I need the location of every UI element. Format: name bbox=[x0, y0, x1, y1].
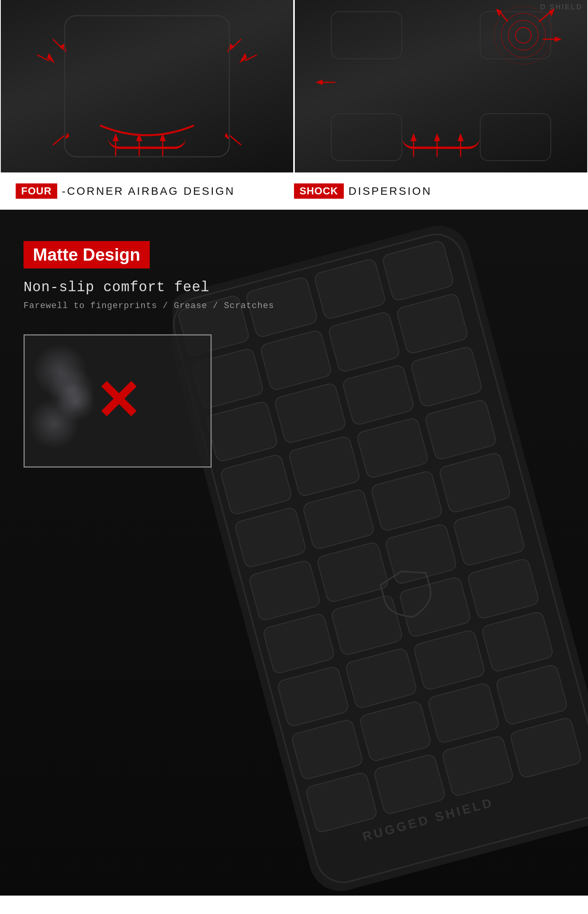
right-label-text: DISPERSION bbox=[348, 185, 432, 198]
svg-marker-38 bbox=[457, 133, 464, 141]
svg-rect-21 bbox=[331, 114, 402, 161]
fingerprint-box: ✕ bbox=[24, 334, 212, 468]
svg-rect-19 bbox=[331, 12, 402, 59]
bottom-section: RUGGED SHIELD Matte Design Non-slip comf… bbox=[0, 210, 588, 896]
left-label-text: -CORNER AIRBAG DESIGN bbox=[62, 185, 235, 198]
matte-badge: Matte Design bbox=[24, 241, 150, 268]
shock-badge: SHOCK bbox=[294, 183, 344, 199]
svg-marker-32 bbox=[555, 36, 562, 42]
top-section: D SHIELD bbox=[0, 0, 588, 210]
svg-marker-40 bbox=[316, 80, 323, 85]
right-label: SHOCK DISPERSION bbox=[294, 183, 572, 199]
left-label: FOUR -CORNER AIRBAG DESIGN bbox=[16, 183, 294, 199]
smudge-4 bbox=[56, 383, 95, 422]
content-overlay: Matte Design Non-slip comfort feel Farew… bbox=[24, 241, 564, 468]
svg-marker-36 bbox=[434, 133, 440, 141]
images-row: D SHIELD bbox=[0, 0, 588, 172]
svg-rect-22 bbox=[480, 114, 551, 161]
svg-marker-9 bbox=[47, 53, 55, 63]
x-mark: ✕ bbox=[95, 374, 141, 428]
svg-line-14 bbox=[53, 135, 65, 145]
svg-point-23 bbox=[515, 27, 531, 43]
svg-marker-1 bbox=[113, 133, 119, 141]
svg-point-25 bbox=[501, 13, 545, 57]
left-phone-image bbox=[1, 0, 293, 172]
four-badge: FOUR bbox=[16, 183, 57, 199]
svg-marker-34 bbox=[410, 133, 417, 141]
svg-line-16 bbox=[229, 135, 241, 145]
labels-row: FOUR -CORNER AIRBAG DESIGN SHOCK DISPERS… bbox=[0, 172, 588, 210]
right-phone-image: D SHIELD bbox=[295, 0, 587, 172]
svg-line-27 bbox=[539, 12, 551, 22]
comfort-text: Non-slip comfort feel bbox=[24, 279, 564, 296]
svg-point-24 bbox=[508, 20, 538, 50]
svg-marker-30 bbox=[496, 9, 502, 16]
svg-marker-13 bbox=[239, 53, 247, 63]
sub-text: Farewell to fingerprints / Grease / Scra… bbox=[24, 301, 564, 311]
